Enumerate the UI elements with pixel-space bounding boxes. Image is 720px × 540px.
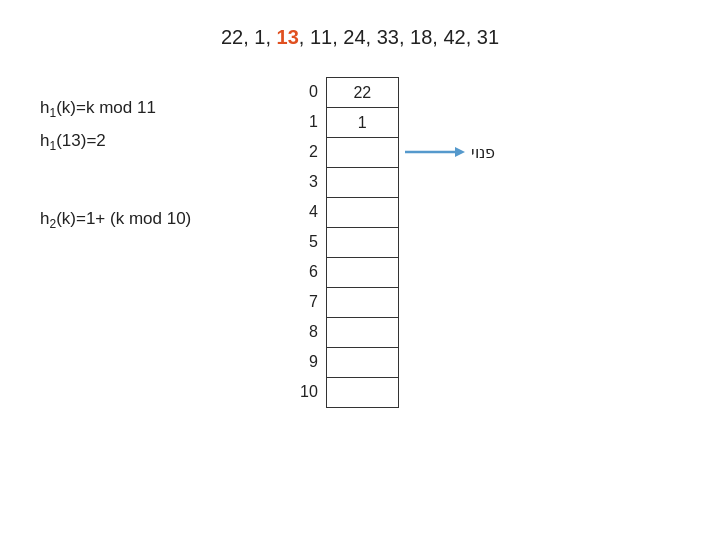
- table-cell-3: [326, 168, 398, 198]
- subtitle: 22, 1, 13, 11, 24, 33, 18, 42, 31: [40, 26, 680, 49]
- index-4: 4: [309, 197, 322, 227]
- index-2: 2: [309, 137, 322, 167]
- content-area: h1(k)=k mod 11 h1(13)=2 h2(k)=1+ (k mod …: [40, 77, 680, 408]
- table-cell-6: [326, 258, 398, 288]
- table-area: 0 1 2 3 4 5 6 7 8 9 10 221: [300, 77, 495, 408]
- index-3: 3: [309, 167, 322, 197]
- index-10: 10: [300, 377, 322, 407]
- index-0: 0: [309, 77, 322, 107]
- table-row: [326, 348, 398, 378]
- table-row: [326, 378, 398, 408]
- left-panel: h1(k)=k mod 11 h1(13)=2 h2(k)=1+ (k mod …: [40, 77, 280, 235]
- table-cell-5: [326, 228, 398, 258]
- table-cell-2: [326, 138, 398, 168]
- index-7: 7: [309, 287, 322, 317]
- table-row: [326, 228, 398, 258]
- table-row: [326, 168, 398, 198]
- table-cell-4: [326, 198, 398, 228]
- step-function: h2(k)=1+ (k mod 10): [40, 178, 280, 235]
- arrow-icon: [405, 143, 465, 161]
- page: 22, 1, 13, 11, 24, 33, 18, 42, 31 h1(k)=…: [0, 0, 720, 540]
- table-cell-0: 22: [326, 78, 398, 108]
- index-8: 8: [309, 317, 322, 347]
- table-cell-9: [326, 348, 398, 378]
- index-5: 5: [309, 227, 322, 257]
- index-1: 1: [309, 107, 322, 137]
- table-cell-8: [326, 318, 398, 348]
- formula1: h1(k)=k mod 11: [40, 95, 280, 122]
- table-cell-7: [326, 288, 398, 318]
- arrow-label: פנוי: [471, 143, 495, 162]
- table-row: 22: [326, 78, 398, 108]
- table-row: [326, 138, 398, 168]
- index-6: 6: [309, 257, 322, 287]
- table-row: [326, 288, 398, 318]
- table-row: [326, 258, 398, 288]
- subtitle-prefix: 22, 1,: [221, 26, 277, 48]
- subtitle-suffix: , 11, 24, 33, 18, 42, 31: [299, 26, 499, 48]
- table-cell-10: [326, 378, 398, 408]
- arrow-container: פנוי: [405, 143, 495, 162]
- table-row: [326, 198, 398, 228]
- table-row: 1: [326, 108, 398, 138]
- index-9: 9: [309, 347, 322, 377]
- arrow-area: פנוי: [405, 77, 495, 407]
- svg-marker-1: [455, 147, 465, 157]
- subtitle-highlight: 13: [277, 26, 299, 48]
- table-row: [326, 318, 398, 348]
- table-cell-1: 1: [326, 108, 398, 138]
- formula2: h1(13)=2: [40, 128, 280, 155]
- index-column: 0 1 2 3 4 5 6 7 8 9 10: [300, 77, 322, 407]
- hash-table: 221: [326, 77, 399, 408]
- arrow-row-2: פנוי: [405, 137, 495, 167]
